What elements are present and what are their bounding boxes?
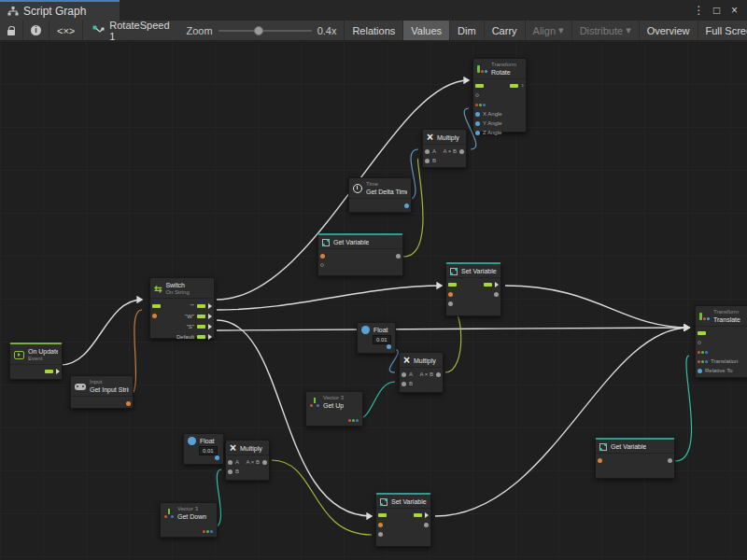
node-switch-on-string[interactable]: ⇆ Switch On String "" "W" "S" Default: [149, 277, 215, 339]
wire-onupdate-to-switch[interactable]: [61, 300, 142, 365]
relations-button[interactable]: Relations: [345, 21, 403, 40]
port-value-out[interactable]: [424, 523, 429, 527]
node-float-2[interactable]: Float 0.01: [183, 433, 224, 465]
port-value-out[interactable]: [668, 458, 672, 463]
node-multiply-1[interactable]: × Multiply AA × B B: [422, 129, 467, 168]
node-multiply-3[interactable]: × Multiply AA × B B: [225, 440, 270, 481]
port-target-in[interactable]: [475, 93, 479, 97]
port-flow-out[interactable]: [510, 84, 518, 88]
zoom-slider-handle[interactable]: [254, 26, 263, 35]
graph-canvas[interactable]: On Update Event Input Get Input String ⇆…: [0, 41, 747, 560]
wire-switch-to-translate[interactable]: [217, 328, 689, 330]
node-vector3-get-down[interactable]: Vector 3 Get Down: [160, 502, 218, 538]
port-selector-in[interactable]: [152, 314, 157, 318]
zoom-value: 0.4x: [317, 25, 337, 36]
port-fallback-in[interactable]: [320, 263, 324, 267]
node-vector3-get-up[interactable]: Vector 3 Get Up: [305, 391, 363, 427]
port-x-angle-in[interactable]: [475, 112, 480, 117]
port-value-out[interactable]: [396, 254, 401, 259]
dim-button[interactable]: Dim: [450, 21, 485, 40]
fullscreen-button[interactable]: Full Screen: [698, 21, 747, 40]
node-get-input-string[interactable]: Input Get Input String: [70, 375, 134, 409]
tab-script-graph[interactable]: Script Graph: [0, 0, 120, 21]
port-label-a: A: [409, 371, 413, 377]
port-b-in[interactable]: [402, 382, 406, 386]
code-view-button[interactable]: <×>: [49, 21, 83, 40]
maximize-icon[interactable]: □: [710, 4, 724, 17]
port-flow-out-default[interactable]: [197, 335, 205, 339]
port-y-angle-in[interactable]: [475, 121, 480, 126]
align-dropdown[interactable]: Align ▾: [526, 21, 572, 40]
wire-getvariable2-to-translate[interactable]: [675, 356, 692, 461]
port-product-out[interactable]: [262, 460, 267, 465]
node-set-variable-1[interactable]: Set Variable: [445, 262, 501, 316]
zoom-control: Zoom 0.4x: [179, 21, 345, 40]
node-get-variable-2[interactable]: Get Variable: [595, 438, 675, 479]
port-name-in[interactable]: [378, 523, 383, 527]
port-a-in[interactable]: [228, 460, 233, 465]
port-flow-in[interactable]: [378, 513, 387, 517]
wire-switch-to-setvariable1[interactable]: [217, 286, 442, 310]
port-b-in[interactable]: [228, 469, 233, 474]
port-flow-out-case1[interactable]: [197, 304, 205, 308]
port-label-b: B: [409, 381, 413, 386]
port-float-out[interactable]: [404, 203, 409, 208]
port-vector3-out[interactable]: [203, 530, 213, 533]
port-flow-in[interactable]: [448, 283, 457, 287]
node-multiply-2[interactable]: × Multiply AA × B B: [399, 352, 444, 393]
port-string-out[interactable]: [126, 401, 131, 406]
port-a-in[interactable]: [425, 149, 430, 154]
node-get-delta-time[interactable]: Time Get Delta Time: [348, 177, 412, 213]
float-value-field[interactable]: 0.01: [373, 335, 391, 344]
port-flow-out-case2[interactable]: [197, 315, 205, 318]
port-value-out[interactable]: [494, 292, 499, 297]
port-z-angle-in[interactable]: [475, 131, 480, 135]
overview-button[interactable]: Overview: [640, 21, 698, 40]
port-name-in[interactable]: [448, 292, 453, 297]
port-value-in[interactable]: [448, 301, 453, 306]
node-transform-rotate[interactable]: Transform Rotate › X Angle Y Angle Z Ang…: [472, 58, 527, 133]
wire-setvariable2-to-translate[interactable]: [435, 328, 689, 516]
port-float-out[interactable]: [387, 344, 391, 349]
node-category: Transform: [713, 309, 740, 315]
port-flow-in[interactable]: [475, 84, 484, 88]
port-b-in[interactable]: [425, 159, 430, 163]
node-float-1[interactable]: Float 0.01: [357, 322, 396, 354]
node-transform-translate[interactable]: Transform Translate Translation Relative…: [695, 305, 747, 378]
node-title: Multiply: [414, 357, 436, 365]
port-flow-in[interactable]: [152, 304, 161, 308]
node-set-variable-2[interactable]: Set Variable: [375, 493, 431, 547]
port-flow-out[interactable]: [45, 370, 53, 373]
port-flow-out[interactable]: [484, 283, 492, 287]
port-a-in[interactable]: [402, 372, 406, 377]
info-button[interactable]: [23, 21, 49, 40]
port-target-in[interactable]: [698, 341, 701, 344]
port-product-out[interactable]: [436, 372, 441, 377]
distribute-dropdown[interactable]: Distribute ▾: [572, 21, 640, 40]
wire-setvariable1-to-translate[interactable]: [505, 286, 689, 328]
node-get-variable-1[interactable]: Get Variable: [317, 233, 403, 276]
lock-button[interactable]: [0, 21, 23, 40]
carry-button[interactable]: Carry: [485, 21, 526, 40]
port-value-in[interactable]: [378, 532, 383, 537]
zoom-slider[interactable]: [218, 30, 312, 32]
port-relative-to-in[interactable]: [698, 369, 702, 373]
port-translation-in[interactable]: [698, 360, 708, 363]
port-product-out[interactable]: [459, 149, 464, 154]
close-icon[interactable]: ×: [727, 4, 741, 17]
port-float-out[interactable]: [215, 455, 219, 460]
wire-multiply3-to-setvariable2[interactable]: [272, 460, 372, 535]
port-name-in[interactable]: [598, 458, 602, 463]
port-flow-out[interactable]: [414, 513, 422, 517]
wire-getup-to-multiply2[interactable]: [358, 382, 395, 419]
port-name-in[interactable]: [320, 254, 325, 259]
graph-breadcrumb[interactable]: RotateSpeed 1: [83, 21, 178, 40]
float-value-field[interactable]: 0.01: [199, 446, 218, 455]
values-button[interactable]: Values: [403, 21, 450, 40]
port-flow-out-case3[interactable]: [197, 325, 205, 329]
node-on-update[interactable]: On Update Event: [9, 343, 63, 380]
port-vector3-out[interactable]: [348, 419, 359, 422]
chevron-right-icon: ›: [521, 82, 524, 90]
kebab-menu-icon[interactable]: ⋮: [692, 4, 706, 17]
port-flow-in[interactable]: [698, 331, 706, 335]
